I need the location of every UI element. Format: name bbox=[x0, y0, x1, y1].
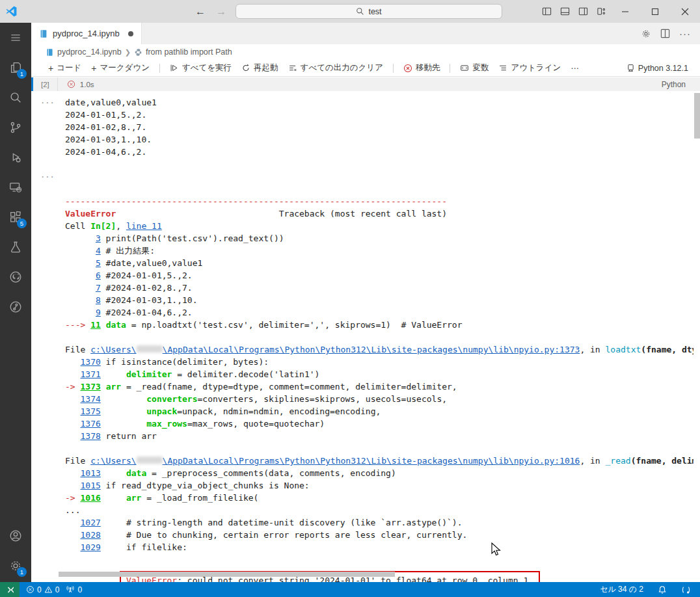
traceback-link[interactable]: 4 bbox=[96, 246, 101, 256]
sidebar-item-remote-explorer[interactable] bbox=[0, 172, 31, 202]
settings-gear-icon[interactable]: 1 bbox=[0, 551, 31, 581]
toggle-panel-bottom-icon[interactable] bbox=[556, 0, 574, 23]
menu-icon[interactable] bbox=[0, 23, 31, 53]
clear-outputs-icon bbox=[288, 64, 297, 72]
text-segment: Cell bbox=[65, 221, 90, 231]
sidebar-item-search[interactable] bbox=[0, 83, 31, 113]
traceback-link[interactable]: \AppData\Local\Programs\Python\Python312… bbox=[163, 456, 580, 466]
traceback-line: 8 #2024-01-03,1.,10. bbox=[65, 294, 693, 306]
feedback-headset-icon[interactable] bbox=[681, 585, 691, 594]
notifications-bell-icon[interactable] bbox=[658, 585, 667, 594]
ports-indicator[interactable]: 0 bbox=[66, 585, 82, 594]
nav-forward-icon[interactable]: → bbox=[216, 6, 226, 18]
tab-modified-dot[interactable] bbox=[128, 31, 133, 36]
text-segment: #2024-01-03,1.,10. bbox=[101, 295, 198, 305]
account-icon[interactable] bbox=[0, 521, 31, 551]
traceback-link[interactable]: 1027 bbox=[80, 518, 100, 527]
clear-all-outputs-button[interactable]: すべての出力のクリア bbox=[288, 62, 383, 73]
traceback-link[interactable]: 1029 bbox=[80, 542, 100, 552]
window-close-button[interactable] bbox=[670, 0, 700, 23]
traceback-link[interactable]: 11 bbox=[90, 320, 101, 330]
window-minimize-button[interactable] bbox=[610, 0, 640, 23]
traceback-link[interactable]: 1375 bbox=[80, 406, 100, 416]
command-center-search[interactable]: test bbox=[236, 4, 502, 19]
traceback-link[interactable]: 1373 bbox=[80, 382, 100, 391]
traceback-link[interactable]: c:\Users\ bbox=[90, 345, 136, 354]
toggle-panel-left-icon[interactable] bbox=[537, 0, 556, 23]
traceback-link[interactable]: 5 bbox=[96, 258, 101, 268]
text-segment: Traceback (most recent call last) bbox=[116, 209, 447, 219]
text-segment: arr bbox=[126, 493, 141, 503]
traceback-link[interactable]: 1015 bbox=[80, 481, 100, 490]
traceback-line: 1013 data = _preprocess_comments(data, c… bbox=[65, 467, 693, 479]
traceback-link[interactable]: 1371 bbox=[80, 369, 100, 379]
vscode-window: { "title_bar": { "search_value": "test" … bbox=[0, 0, 700, 597]
add-code-cell-button[interactable]: +コード bbox=[48, 62, 81, 73]
error-circle-icon bbox=[26, 585, 34, 594]
text-segment: if filelike: bbox=[101, 542, 187, 552]
breadcrumb-symbol[interactable]: from pathlib import Path bbox=[146, 47, 232, 57]
more-actions-icon[interactable]: ··· bbox=[679, 28, 691, 39]
toolbar-divider bbox=[159, 64, 160, 73]
nav-back-icon[interactable]: ← bbox=[195, 6, 206, 18]
text-segment: ---> bbox=[65, 320, 90, 330]
text-segment: File bbox=[65, 456, 90, 466]
remote-icon bbox=[6, 586, 14, 594]
sidebar-item-github[interactable] bbox=[0, 262, 31, 292]
sidebar-item-testing[interactable] bbox=[0, 232, 31, 262]
sidebar-item-explorer[interactable]: 1 bbox=[0, 53, 31, 83]
traceback-link[interactable]: 1374 bbox=[80, 394, 100, 404]
toggle-panel-right-icon[interactable] bbox=[574, 0, 592, 23]
customize-layout-icon[interactable] bbox=[592, 0, 610, 23]
traceback-line: 1029 if filelike: bbox=[65, 541, 693, 553]
cell-position-indicator[interactable]: セル 34 の 2 bbox=[600, 584, 643, 595]
goto-error-button[interactable]: 移動先 bbox=[403, 62, 440, 73]
traceback-link[interactable]: 6 bbox=[96, 271, 101, 280]
cell-language-picker[interactable]: Python bbox=[662, 80, 700, 89]
text-segment: , bbox=[116, 221, 126, 231]
text-segment bbox=[65, 406, 80, 416]
add-markdown-cell-button[interactable]: +マークダウン bbox=[91, 62, 150, 73]
traceback-link[interactable]: c:\Users\ bbox=[90, 456, 136, 466]
traceback-link[interactable]: \AppData\Local\Programs\Python\Python312… bbox=[163, 345, 580, 354]
breadcrumb-file[interactable]: pydproc_14.ipynb bbox=[57, 47, 122, 57]
traceback-link[interactable]: 1378 bbox=[80, 431, 100, 441]
traceback-link[interactable]: 3 bbox=[96, 233, 101, 243]
traceback-link[interactable]: 1370 bbox=[80, 357, 100, 367]
traceback-line: ... bbox=[65, 504, 693, 516]
sidebar-item-run-debug[interactable] bbox=[0, 142, 31, 172]
text-segment: #2024-01-02,8.,7. bbox=[101, 283, 193, 293]
kernel-picker[interactable]: Python 3.12.1 bbox=[626, 64, 700, 73]
notebook-kernel-gear-icon[interactable] bbox=[641, 29, 651, 39]
split-editor-icon[interactable] bbox=[660, 29, 670, 38]
traceback-link[interactable]: 9 bbox=[96, 308, 101, 317]
sidebar-item-source-control[interactable] bbox=[0, 113, 31, 142]
cell-outputs: ... date,value0,value12024-01-01,5.,2.20… bbox=[31, 91, 693, 582]
traceback-link[interactable]: 1016 bbox=[80, 493, 100, 503]
restart-button[interactable]: 再起動 bbox=[241, 62, 278, 73]
tab-title: pydproc_14.ipynb bbox=[53, 29, 120, 38]
remote-indicator[interactable] bbox=[0, 582, 20, 597]
text-segment bbox=[65, 295, 96, 305]
output-collapse-indicator[interactable]: ... bbox=[40, 96, 55, 105]
outline-button[interactable]: アウトライン bbox=[498, 62, 561, 73]
traceback-link[interactable]: 1028 bbox=[80, 530, 100, 540]
traceback-link[interactable]: 1013 bbox=[80, 468, 100, 478]
tab-pydproc-14-ipynb[interactable]: pydproc_14.ipynb bbox=[31, 23, 142, 44]
traceback-link[interactable]: 8 bbox=[96, 295, 101, 305]
traceback-link[interactable]: line 11 bbox=[126, 221, 162, 231]
window-maximize-button[interactable] bbox=[640, 0, 670, 23]
sidebar-item-extensions[interactable]: 5 bbox=[0, 202, 31, 232]
horizontal-scrollbar-thumb[interactable] bbox=[59, 572, 395, 577]
toolbar-more-button[interactable]: ⋯ bbox=[571, 63, 580, 73]
problems-indicator[interactable]: 0 0 bbox=[26, 585, 59, 594]
traceback-link[interactable]: 1376 bbox=[80, 419, 100, 429]
kernel-label: Python 3.12.1 bbox=[638, 64, 688, 73]
variables-button[interactable]: 変数 bbox=[460, 62, 489, 73]
vertical-scrollbar-thumb[interactable] bbox=[694, 93, 700, 139]
output-collapse-indicator[interactable]: ... bbox=[40, 170, 55, 179]
traceback-link[interactable]: 7 bbox=[96, 283, 101, 293]
run-all-button[interactable]: すべてを実行 bbox=[170, 62, 232, 73]
sidebar-item-git-graph[interactable] bbox=[0, 292, 31, 322]
cell-focus-indicator[interactable] bbox=[31, 77, 33, 91]
